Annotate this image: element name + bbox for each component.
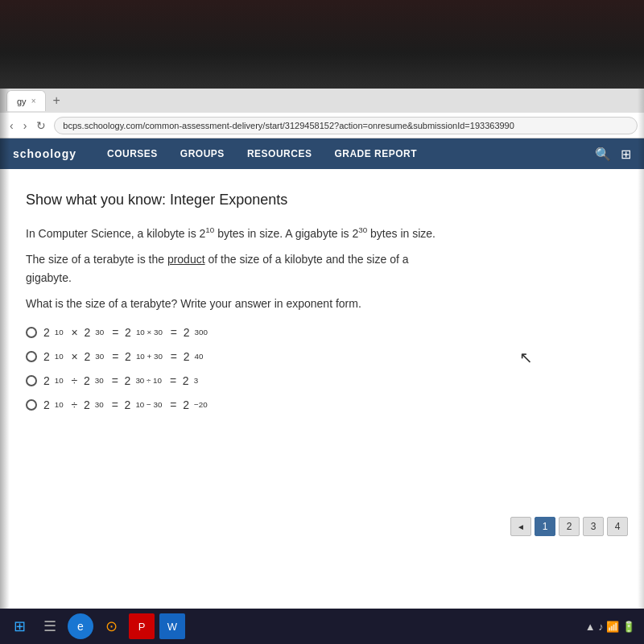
browser-chrome: gy × + ‹ › ↻ bcps.schoology.com/common-a… bbox=[0, 89, 644, 169]
nav-icons: 🔍 ⊞ bbox=[595, 147, 631, 162]
new-tab-button[interactable]: + bbox=[49, 93, 63, 108]
radio-c[interactable] bbox=[26, 375, 37, 386]
nav-grade-report[interactable]: GRADE REPORT bbox=[323, 138, 428, 169]
nav-courses[interactable]: COURSES bbox=[96, 138, 169, 169]
page-3-button[interactable]: 3 bbox=[583, 517, 604, 536]
page-2-button[interactable]: 2 bbox=[559, 517, 580, 536]
screen-area: gy × + ‹ › ↻ bcps.schoology.com/common-a… bbox=[0, 89, 644, 609]
body-text-2b: of the size of a kilobyte and the size o… bbox=[205, 253, 409, 266]
radio-d[interactable] bbox=[26, 399, 37, 411]
taskbar-task-view[interactable]: ☰ bbox=[37, 613, 63, 639]
taskbar-icon-3[interactable]: ⊙ bbox=[98, 613, 124, 639]
answer-choices: 210 × 230 = 210 × 30 = 2300 210 × 230 = … bbox=[26, 326, 618, 411]
body-text-1b: bytes in size. A gigabyte is 2 bbox=[214, 227, 358, 240]
prev-page-button[interactable]: ◄ bbox=[510, 517, 531, 536]
answer-row-c[interactable]: 210 ÷ 230 = 230 ÷ 10 = 23 bbox=[26, 374, 618, 387]
tab-label: gy bbox=[17, 97, 27, 106]
refresh-button[interactable]: ↻ bbox=[33, 118, 49, 134]
answer-row-a[interactable]: 210 × 230 = 210 × 30 = 2300 bbox=[26, 326, 618, 339]
schoology-navbar: schoology COURSES GROUPS RESOURCES GRADE… bbox=[0, 138, 644, 169]
tab-close-button[interactable]: × bbox=[31, 97, 36, 105]
schoology-logo: schoology bbox=[13, 147, 76, 160]
body-exp-1: 10 bbox=[205, 227, 214, 240]
body-text-1: In Computer Science, a kilobyte is 2 bbox=[26, 227, 205, 240]
answer-row-b[interactable]: 210 × 230 = 210 + 30 = 240 bbox=[26, 350, 618, 363]
radio-b[interactable] bbox=[26, 351, 37, 362]
body-text-2a: The size of a terabyte is the bbox=[26, 253, 167, 266]
radio-a[interactable] bbox=[26, 327, 37, 338]
question-body-line3: What is the size of a terabyte? Write yo… bbox=[26, 295, 618, 312]
url-field[interactable]: bcps.schoology.com/common-assessment-del… bbox=[54, 117, 638, 134]
question-title: Show what you know: Integer Exponents bbox=[26, 192, 618, 208]
page-1-button[interactable]: 1 bbox=[535, 517, 555, 536]
grid-icon[interactable]: ⊞ bbox=[621, 147, 631, 162]
body-underline: product bbox=[167, 253, 205, 266]
body-text-2c: gigabyte. bbox=[26, 271, 72, 284]
back-button[interactable]: ‹ bbox=[6, 118, 17, 134]
taskbar-icon-4[interactable]: P bbox=[129, 613, 155, 639]
address-bar: ‹ › ↻ bcps.schoology.com/common-assessme… bbox=[0, 113, 644, 138]
top-bezel bbox=[0, 0, 644, 89]
taskbar-start-button[interactable]: ⊞ bbox=[6, 613, 32, 639]
body-text-1c: bytes in size. bbox=[367, 227, 436, 240]
tab-bar: gy × + bbox=[0, 89, 644, 113]
taskbar-system-tray: ▲ ♪ 📶 🔋 bbox=[583, 619, 638, 634]
nav-buttons: ‹ › ↻ bbox=[6, 118, 49, 134]
nav-groups[interactable]: GROUPS bbox=[169, 138, 236, 169]
answer-math-c: 210 ÷ 230 = 230 ÷ 10 = 23 bbox=[43, 374, 198, 387]
answer-math-b: 210 × 230 = 210 + 30 = 240 bbox=[43, 350, 203, 363]
browser-tab[interactable]: gy × bbox=[6, 90, 46, 111]
taskbar: ⊞ ☰ e ⊙ P W ▲ ♪ 📶 🔋 bbox=[0, 609, 644, 644]
taskbar-icon-5[interactable]: W bbox=[159, 613, 185, 639]
question-body-line2: The size of a terabyte is the product of… bbox=[26, 250, 618, 287]
sys-tray-icons: ▲ ♪ 📶 🔋 bbox=[583, 619, 638, 634]
pagination-bar: ◄ 1 2 3 4 bbox=[510, 517, 628, 536]
page-4-button[interactable]: 4 bbox=[607, 517, 628, 536]
search-icon[interactable]: 🔍 bbox=[595, 147, 611, 162]
forward-button[interactable]: › bbox=[20, 118, 31, 134]
body-exp-2: 30 bbox=[358, 227, 367, 240]
question-body-line1: In Computer Science, a kilobyte is 210 b… bbox=[26, 225, 618, 242]
taskbar-edge-icon[interactable]: e bbox=[68, 613, 93, 639]
nav-resources[interactable]: RESOURCES bbox=[236, 138, 324, 169]
answer-row-d[interactable]: 210 ÷ 230 = 210 − 30 = 2−20 bbox=[26, 398, 618, 411]
answer-math-a: 210 × 230 = 210 × 30 = 2300 bbox=[43, 326, 208, 339]
main-content: Show what you know: Integer Exponents In… bbox=[0, 169, 644, 572]
answer-math-d: 210 ÷ 230 = 210 − 30 = 2−20 bbox=[43, 398, 208, 411]
